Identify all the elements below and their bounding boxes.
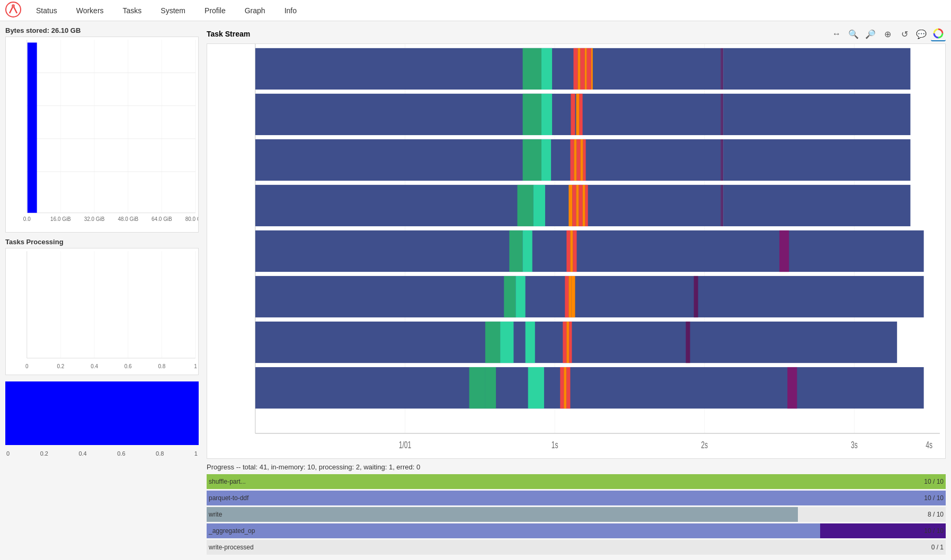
progress-value-shuffle: 10 / 10 <box>924 478 944 485</box>
svg-rect-70 <box>255 185 721 226</box>
progress-label-write-processed: write-processed <box>209 544 254 551</box>
svg-rect-79 <box>721 185 723 226</box>
progress-fill-write <box>207 507 798 522</box>
svg-rect-80 <box>723 185 910 226</box>
svg-text:0: 0 <box>25 363 29 369</box>
svg-rect-51 <box>723 48 910 90</box>
svg-rect-63 <box>570 139 574 181</box>
nav-bar: Status Workers Tasks System Profile Grap… <box>0 0 951 21</box>
x-label-04: 0.4 <box>78 450 86 457</box>
svg-rect-62 <box>541 139 551 181</box>
bytes-stored-title: Bytes stored: 26.10 GB <box>5 26 199 34</box>
x-label-08: 0.8 <box>156 450 164 457</box>
svg-rect-45 <box>578 48 581 90</box>
svg-point-1 <box>12 4 15 7</box>
progress-row-write: write 8 / 10 <box>207 507 946 522</box>
left-panel: Bytes stored: 26.10 GB <box>0 21 204 560</box>
svg-rect-106 <box>528 367 544 408</box>
svg-rect-72 <box>534 185 545 226</box>
svg-rect-43 <box>541 48 552 90</box>
right-panel: Task Stream ↔ 🔍 🔎 ⊕ ↺ 💬 <box>204 21 951 560</box>
svg-text:0.0: 0.0 <box>23 216 31 222</box>
svg-rect-42 <box>523 48 541 90</box>
svg-rect-104 <box>469 367 485 408</box>
svg-text:0.4: 0.4 <box>91 363 98 369</box>
svg-rect-59 <box>723 94 910 135</box>
svg-rect-74 <box>572 185 576 226</box>
nav-item-system[interactable]: System <box>151 0 195 21</box>
zoom-in-icon[interactable]: ⊕ <box>880 26 895 41</box>
hover-icon[interactable]: 💬 <box>914 26 929 41</box>
svg-rect-71 <box>517 185 533 226</box>
nav-item-workers[interactable]: Workers <box>67 0 113 21</box>
nav-item-profile[interactable]: Profile <box>195 0 235 21</box>
svg-rect-60 <box>255 139 721 181</box>
svg-rect-94 <box>694 276 698 317</box>
svg-text:0.6: 0.6 <box>125 363 132 369</box>
tasks-processing-chart: 0 0.2 0.4 0.6 0.8 1 <box>5 248 199 375</box>
svg-rect-46 <box>581 48 585 90</box>
bytes-stored-chart: 0.0 16.0 GiB 32.0 GiB 48.0 GiB 64.0 GiB … <box>5 37 199 233</box>
svg-rect-55 <box>571 94 575 135</box>
x-label-06: 0.6 <box>117 450 125 457</box>
progress-bg-write-processed <box>207 540 946 555</box>
wheel-zoom-icon[interactable]: 🔎 <box>863 26 878 41</box>
progress-label-write: write <box>209 511 222 518</box>
x-label-02: 0.2 <box>40 450 48 457</box>
progress-value-write: 8 / 10 <box>928 511 944 518</box>
progress-fill-aggregated <box>207 523 820 538</box>
logo <box>5 2 26 19</box>
svg-text:1s: 1s <box>552 440 558 450</box>
svg-rect-95 <box>255 322 897 363</box>
svg-text:0.8: 0.8 <box>158 363 165 369</box>
progress-value-aggregated: 10 / 10 <box>924 527 944 535</box>
nav-item-info[interactable]: Info <box>275 0 306 21</box>
nav-item-tasks[interactable]: Tasks <box>113 0 152 21</box>
svg-rect-101 <box>569 322 572 363</box>
svg-text:1: 1 <box>194 363 197 369</box>
progress-fill-parquet <box>207 491 946 505</box>
toolbar-icons: ↔ 🔍 🔎 ⊕ ↺ 💬 <box>829 26 946 41</box>
svg-rect-102 <box>686 322 690 363</box>
svg-text:4s: 4s <box>926 440 932 450</box>
svg-rect-110 <box>787 367 797 408</box>
svg-rect-86 <box>573 230 576 272</box>
svg-rect-85 <box>570 230 573 272</box>
svg-rect-78 <box>585 185 588 226</box>
progress-row-shuffle: shuffle-part... 10 / 10 <box>207 474 946 489</box>
progress-value-write-processed: 0 / 1 <box>931 544 944 551</box>
nav-item-graph[interactable]: Graph <box>235 0 275 21</box>
svg-rect-77 <box>583 185 585 226</box>
svg-rect-105 <box>485 367 496 408</box>
box-zoom-icon[interactable]: 🔍 <box>846 26 861 41</box>
svg-rect-53 <box>523 94 541 135</box>
svg-rect-91 <box>565 276 568 317</box>
svg-rect-56 <box>576 94 580 135</box>
svg-rect-82 <box>509 230 522 272</box>
svg-rect-87 <box>779 230 789 272</box>
progress-row-aggregated: _aggregated_op 10 / 10 <box>207 523 946 538</box>
progress-bars: shuffle-part... 10 / 10 parquet-to-ddf 1… <box>207 474 946 555</box>
svg-rect-65 <box>577 139 581 181</box>
svg-rect-92 <box>568 276 571 317</box>
svg-text:0.2: 0.2 <box>57 363 65 369</box>
nav-item-status[interactable]: Status <box>26 0 67 21</box>
svg-rect-100 <box>566 322 569 363</box>
svg-text:3s: 3s <box>851 440 858 450</box>
progress-label-aggregated: _aggregated_op <box>209 527 255 535</box>
svg-rect-96 <box>485 322 500 363</box>
svg-rect-88 <box>255 276 924 317</box>
svg-rect-44 <box>573 48 577 90</box>
task-stream-plot[interactable]: 1/01 1s 2s 3s 4s <box>207 43 946 459</box>
progress-fill-shuffle <box>207 474 946 489</box>
svg-rect-90 <box>516 276 525 317</box>
tasks-processing-title: Tasks Processing <box>5 238 199 246</box>
svg-rect-75 <box>576 185 579 226</box>
svg-rect-41 <box>255 48 721 90</box>
svg-rect-73 <box>568 185 572 226</box>
reset-icon[interactable]: ↺ <box>897 26 912 41</box>
color-icon[interactable] <box>931 26 946 41</box>
pan-icon[interactable]: ↔ <box>829 26 844 41</box>
svg-rect-50 <box>721 48 723 90</box>
svg-rect-69 <box>723 139 910 181</box>
